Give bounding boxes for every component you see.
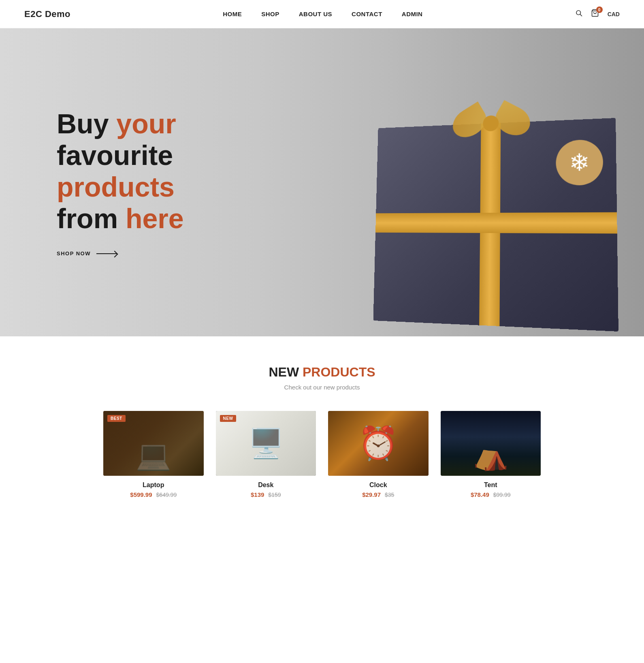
hero-line3: from here — [57, 203, 184, 234]
hero-line1-accent: your — [116, 108, 176, 139]
section-title: NEW PRODUCTS — [24, 365, 620, 380]
gift-tag: ❄ — [556, 139, 603, 186]
product-image-desk: NEW — [216, 411, 316, 476]
price-original-desk: $159 — [268, 492, 281, 498]
products-section: NEW PRODUCTS Check out our new products … — [0, 336, 644, 530]
bow-center — [483, 115, 499, 131]
product-prices-laptop: $599.99 $649.99 — [103, 491, 204, 498]
arrow-icon — [96, 253, 117, 254]
hero-section: Buy your favourite products from here SH… — [0, 28, 644, 336]
nav-item-contact[interactable]: CONTACT — [352, 11, 382, 18]
price-current-desk: $139 — [251, 491, 264, 498]
product-prices-desk: $139 $159 — [216, 491, 316, 498]
product-name-clock: Clock — [328, 481, 429, 489]
price-current-laptop: $599.99 — [130, 491, 152, 498]
snowflake-icon: ❄ — [569, 150, 590, 175]
tent-image — [441, 411, 541, 476]
product-image-tent — [441, 411, 541, 476]
navbar: E2C Demo HOME SHOP ABOUT US CONTACT ADMI… — [0, 0, 644, 28]
nav-link-home[interactable]: HOME — [223, 11, 242, 17]
nav-item-home[interactable]: HOME — [223, 11, 242, 18]
section-title-plain: NEW — [269, 365, 303, 379]
nav-item-shop[interactable]: SHOP — [261, 11, 279, 18]
price-current-tent: $78.49 — [471, 491, 489, 498]
navbar-right: 0 CAD — [575, 9, 620, 19]
gift-bow — [459, 98, 523, 152]
search-icon[interactable] — [575, 9, 582, 19]
hero-gift-image: ❄ — [336, 53, 628, 336]
nav-link-contact[interactable]: CONTACT — [352, 11, 382, 17]
product-name-laptop: Laptop — [103, 481, 204, 489]
section-subtitle: Check out our new products — [24, 384, 620, 391]
product-card-desk[interactable]: NEW Desk $139 $159 — [216, 411, 316, 498]
nav-link-shop[interactable]: SHOP — [261, 11, 279, 17]
products-grid: BEST Laptop $599.99 $649.99 NEW Desk $13… — [103, 411, 541, 498]
hero-line2-accent: products — [57, 171, 175, 202]
price-current-clock: $29.97 — [362, 491, 381, 498]
hero-line3-plain: from — [57, 203, 126, 234]
hero-line1: Buy your — [57, 108, 176, 139]
product-name-tent: Tent — [441, 481, 541, 489]
hero-line1-plain: Buy — [57, 108, 116, 139]
cart-button[interactable]: 0 — [591, 9, 599, 19]
product-card-clock[interactable]: Clock $29.97 $35 — [328, 411, 429, 498]
price-original-laptop: $649.99 — [156, 492, 177, 498]
product-badge-laptop: BEST — [107, 415, 126, 422]
gift-ribbon-horizontal — [375, 212, 617, 234]
hero-content: Buy your favourite products from here SH… — [0, 108, 243, 257]
shop-now-label: SHOP NOW — [57, 250, 91, 257]
product-card-laptop[interactable]: BEST Laptop $599.99 $649.99 — [103, 411, 204, 498]
nav-link-about[interactable]: ABOUT US — [299, 11, 332, 17]
nav-link-admin[interactable]: ADMIN — [402, 11, 423, 17]
price-original-tent: $99.99 — [493, 492, 511, 498]
brand-logo[interactable]: E2C Demo — [24, 9, 70, 19]
svg-line-1 — [580, 14, 582, 16]
product-prices-tent: $78.49 $99.99 — [441, 491, 541, 498]
hero-title: Buy your favourite products from here — [57, 108, 243, 235]
product-image-laptop: BEST — [103, 411, 204, 476]
product-badge-desk: NEW — [220, 415, 237, 422]
shop-now-button[interactable]: SHOP NOW — [57, 250, 117, 257]
nav-item-about[interactable]: ABOUT US — [299, 11, 332, 18]
price-original-clock: $35 — [385, 492, 394, 498]
section-title-accent: PRODUCTS — [303, 365, 375, 379]
product-prices-clock: $29.97 $35 — [328, 491, 429, 498]
product-name-desk: Desk — [216, 481, 316, 489]
clock-image — [328, 411, 429, 476]
hero-line3-accent: here — [126, 203, 184, 234]
nav-menu: HOME SHOP ABOUT US CONTACT ADMIN — [223, 11, 422, 18]
cart-badge: 0 — [596, 6, 603, 13]
product-card-tent[interactable]: Tent $78.49 $99.99 — [441, 411, 541, 498]
nav-item-admin[interactable]: ADMIN — [402, 11, 423, 18]
currency-selector[interactable]: CAD — [608, 11, 620, 17]
hero-line2-plain: favourite — [57, 140, 173, 171]
product-image-clock — [328, 411, 429, 476]
gift-box-body: ❄ — [373, 118, 618, 332]
hero-line2: favourite products — [57, 140, 175, 202]
